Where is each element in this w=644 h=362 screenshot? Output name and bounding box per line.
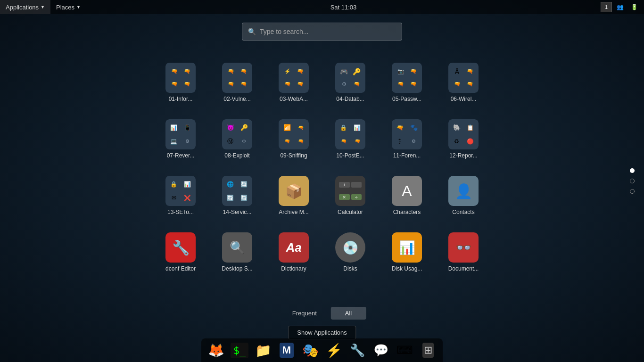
app-documents-label: Document... [439, 265, 488, 272]
users-icon[interactable]: 👥 [614, 1, 626, 13]
search-input[interactable] [260, 28, 396, 35]
app-grid: 🔫🔫🔫🔫 01-Infor... 🔫🔫🔫🔫 02-Vulne... ⚡🔫🔫🔫 0… [152, 54, 492, 280]
search-container: 🔍 [242, 23, 402, 41]
applications-chevron: ▼ [41, 5, 45, 9]
places-chevron: ▼ [76, 5, 81, 9]
app-dconf-label: dconf Editor [156, 265, 205, 272]
app-03-weba-icon: ⚡🔫🔫🔫 [279, 63, 309, 93]
app-10-poste[interactable]: 🔒 📊 🔫 🔫 10-PostE... [322, 111, 379, 167]
app8-icon: 💬 [373, 343, 388, 358]
pagination-dot-1[interactable] [630, 168, 635, 173]
taskbar-terminal[interactable]: $_ [229, 339, 250, 361]
app-archive-icon: 📦 [279, 176, 309, 206]
top-bar-right: 1 👥 🔋 [601, 1, 644, 13]
app-09-sniff-label: 09-Sniffing [269, 152, 318, 159]
taskbar-app8[interactable]: 💬 [370, 339, 392, 361]
app-01-infor[interactable]: 🔫🔫🔫🔫 01-Infor... [152, 54, 209, 111]
tab-all[interactable]: All [331, 307, 366, 320]
app-14-servi-icon: 🌐 🔄 🔄 🔄 [222, 176, 252, 206]
app-dictionary-icon: Aa [279, 232, 309, 263]
show-apps-button[interactable]: Show Applications [288, 326, 356, 339]
app-08-explo-label: 08-Exploit [213, 152, 262, 159]
taskbar-files[interactable]: 📁 [252, 339, 274, 361]
app-13-seto[interactable]: 🔒 📊 ✉ ❌ 13-SETo... [152, 167, 209, 224]
firefox-icon: 🦊 [208, 343, 224, 358]
app-03-weba[interactable]: ⚡🔫🔫🔫 03-WebA... [265, 54, 322, 111]
app-archive[interactable]: 📦 Archive M... [265, 167, 322, 224]
applications-menu[interactable]: Applications ▼ [0, 0, 50, 14]
places-menu[interactable]: Places ▼ [50, 0, 86, 14]
tab-frequent[interactable]: Frequent [278, 307, 331, 320]
app-desktop-s-icon: 🔍 [222, 232, 252, 263]
app-dictionary[interactable]: Aa Dictionary [265, 224, 322, 280]
app-disks-label: Disks [326, 265, 375, 272]
app-14-servi[interactable]: 🌐 🔄 🔄 🔄 14-Servic... [209, 167, 265, 224]
app-desktop-s[interactable]: 🔍 Desktop S... [209, 224, 265, 280]
app-01-infor-icon: 🔫🔫🔫🔫 [165, 63, 196, 93]
files-icon: 📁 [255, 343, 272, 358]
app-12-repor-icon: 🐘 📋 ♻ 🔴 [448, 119, 479, 149]
app-desktop-s-label: Desktop S... [213, 265, 262, 272]
app-01-infor-label: 01-Infor... [156, 96, 205, 102]
app-09-sniff-icon: 📶 🔫 🔫 🔫 [279, 119, 309, 149]
app-characters-label: Characters [382, 209, 431, 215]
app-12-repor[interactable]: 🐘 📋 ♻ 🔴 12-Repor... [435, 111, 492, 167]
app-characters[interactable]: A Characters [379, 167, 435, 224]
pagination-dot-3[interactable] [630, 189, 635, 194]
clock: Sat 11:03 [330, 4, 357, 11]
app-02-vulne[interactable]: 🔫🔫🔫🔫 02-Vulne... [209, 54, 265, 111]
app-dconf[interactable]: 🔧 dconf Editor [152, 224, 209, 280]
app-contacts[interactable]: 👤 Contacts [435, 167, 492, 224]
app-09-sniff[interactable]: 📶 🔫 🔫 🔫 09-Sniffing [265, 111, 322, 167]
app-calculator[interactable]: + − × ÷ Calculator [322, 167, 379, 224]
app-dconf-icon: 🔧 [165, 232, 196, 263]
app-13-seto-label: 13-SETo... [156, 209, 205, 215]
app-disk-usage-label: Disk Usag... [382, 265, 431, 272]
search-icon: 🔍 [248, 28, 256, 35]
app-dictionary-label: Dictionary [269, 265, 318, 272]
taskbar: 🦊 $_ 📁 M 🎭 ⚡ 🔧 💬 ⌨ ⊞ [201, 338, 443, 362]
app7-icon: 🔧 [350, 343, 365, 358]
app-12-repor-label: 12-Repor... [439, 152, 488, 159]
app-05-passw-label: 05-Passw... [382, 96, 431, 102]
workspace-btn[interactable]: 1 [601, 2, 612, 12]
app-disk-usage[interactable]: 📊 Disk Usag... [379, 224, 435, 280]
app-07-rever-label: 07-Rever... [156, 152, 205, 159]
pagination-dot-2[interactable] [630, 179, 635, 183]
taskbar-app6[interactable]: ⚡ [323, 339, 345, 361]
app-13-seto-icon: 🔒 📊 ✉ ❌ [165, 176, 196, 206]
app-06-wirel-icon: Ä 🔫 🔫 🔫 [448, 63, 479, 93]
app-disks[interactable]: 💿 Disks [322, 224, 379, 280]
taskbar-firefox[interactable]: 🦊 [205, 339, 227, 361]
terminal-icon: $_ [231, 343, 249, 358]
app-11-foren[interactable]: 🔫 🐾 ₿ ⚙ 11-Foren... [379, 111, 435, 167]
app-02-vulne-label: 02-Vulne... [213, 96, 262, 102]
top-bar: Applications ▼ Places ▼ Sat 11:03 1 👥 🔋 [0, 0, 644, 14]
app-characters-icon: A [392, 176, 422, 206]
app-04-datab[interactable]: 🎮 🔑 ⚙ 🔫 04-Datab... [322, 54, 379, 111]
app-06-wirel[interactable]: Ä 🔫 🔫 🔫 06-Wirel... [435, 54, 492, 111]
app-disk-usage-icon: 📊 [392, 232, 422, 263]
places-label: Places [56, 4, 74, 11]
app-archive-label: Archive M... [269, 209, 318, 215]
app-documents[interactable]: 👓 Document... [435, 224, 492, 280]
app-05-passw[interactable]: 📷🔫🔫🔫 05-Passw... [379, 54, 435, 111]
system-icon[interactable]: 🔋 [628, 1, 640, 13]
app-11-foren-label: 11-Foren... [382, 152, 431, 159]
app-10-poste-icon: 🔒 📊 🔫 🔫 [335, 119, 365, 149]
pagination [630, 168, 635, 194]
app-contacts-label: Contacts [439, 209, 488, 215]
app-documents-icon: 👓 [448, 232, 479, 263]
taskbar-keyboard[interactable]: ⌨ [394, 339, 415, 361]
taskbar-app7[interactable]: 🔧 [347, 339, 368, 361]
taskbar-metasploit[interactable]: M [276, 339, 297, 361]
app6-icon: ⚡ [326, 343, 342, 358]
app-10-poste-label: 10-PostE... [326, 152, 375, 159]
frequency-tabs: Frequent All [278, 307, 366, 320]
app-08-explo[interactable]: 😈 🔑 Ⓜ ⚙ 08-Exploit [209, 111, 265, 167]
app-07-rever[interactable]: 📊 📱 💻 ⚙ 07-Rever... [152, 111, 209, 167]
taskbar-app5[interactable]: 🎭 [299, 339, 321, 361]
keyboard-icon: ⌨ [396, 344, 413, 357]
taskbar-grid[interactable]: ⊞ [417, 339, 439, 361]
search-box: 🔍 [242, 23, 402, 41]
